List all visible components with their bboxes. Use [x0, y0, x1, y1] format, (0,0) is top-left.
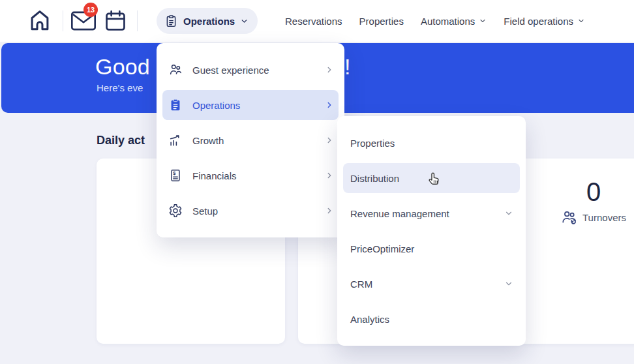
top-bar: 13 Operations Reservations [0, 0, 634, 42]
menu-item-label: Financials [192, 170, 325, 181]
invoice-icon: $ [168, 168, 183, 183]
calendar-icon[interactable] [103, 8, 128, 33]
app-switcher-label: Operations [183, 16, 235, 27]
submenu-item-label: Distribution [350, 173, 513, 184]
submenu-item-properties[interactable]: Properties [337, 125, 526, 160]
nav-label: Field operations [504, 16, 573, 27]
chevron-down-icon [240, 17, 249, 25]
submenu-item-label: Revenue management [350, 208, 504, 219]
gear-icon [168, 204, 183, 218]
app-switcher-button[interactable]: Operations [157, 8, 258, 34]
growth-chart-icon [168, 133, 183, 147]
stat-label: Turnovers [582, 212, 626, 223]
submenu-item-revenue-management[interactable]: Revenue management [337, 196, 526, 231]
nav-reservations[interactable]: Reservations [285, 16, 342, 27]
chevron-down-icon [504, 279, 513, 288]
home-icon[interactable] [27, 7, 52, 33]
guests-icon [168, 63, 183, 77]
menu-item-guest-experience[interactable]: Guest experience [157, 52, 344, 87]
divider [137, 10, 138, 31]
menu-item-label: Growth [192, 135, 325, 146]
app-window: Good ! Here's eve Daily act 0 Turnovers [0, 0, 634, 364]
nav-properties[interactable]: Properties [359, 16, 404, 27]
nav-label: Automations [421, 16, 475, 27]
chevron-right-icon [325, 100, 334, 110]
menu-item-growth[interactable]: Growth [157, 123, 344, 158]
chevron-down-icon [479, 17, 487, 25]
banner-subtitle: Here's eve [97, 82, 143, 93]
turnovers-icon [561, 209, 578, 226]
submenu-item-label: CRM [350, 279, 504, 290]
menu-item-label: Setup [192, 205, 325, 217]
submenu-item-label: Analytics [350, 314, 513, 325]
chevron-down-icon [577, 17, 585, 25]
chevron-right-icon [325, 206, 334, 215]
submenu-item-distribution[interactable]: Distribution [337, 160, 526, 196]
chevron-right-icon [325, 65, 334, 74]
svg-text:$: $ [173, 170, 175, 176]
stat-value: 0 [551, 177, 634, 206]
menu-item-financials[interactable]: $ Financials [157, 158, 344, 193]
divider [63, 10, 63, 31]
submenu-item-analytics[interactable]: Analytics [337, 301, 526, 337]
operations-submenu: Properties Distribution Revenue manageme… [337, 116, 526, 346]
menu-item-label: Operations [192, 100, 325, 111]
submenu-item-label: PriceOptimizer [350, 243, 513, 254]
nav-label: Reservations [285, 16, 342, 27]
main-nav: Reservations Properties Automations Fiel… [285, 0, 585, 42]
nav-automations[interactable]: Automations [421, 16, 487, 27]
nav-label: Properties [359, 16, 404, 27]
menu-item-label: Guest experience [192, 65, 325, 76]
menu-item-operations[interactable]: Operations [157, 87, 344, 123]
submenu-item-priceoptimizer[interactable]: PriceOptimizer [337, 231, 526, 266]
section-title: Daily act [97, 134, 145, 147]
greeting-text-end: ! [344, 54, 350, 80]
operations-dropdown-menu: Guest experience Operations [157, 43, 344, 237]
chevron-right-icon [325, 171, 334, 180]
chevron-down-icon [504, 209, 513, 218]
submenu-item-label: Properties [350, 138, 513, 149]
nav-field-operations[interactable]: Field operations [504, 16, 585, 27]
submenu-item-crm[interactable]: CRM [337, 266, 526, 301]
clipboard-icon [168, 98, 183, 112]
unread-count-badge: 13 [83, 3, 98, 17]
chevron-right-icon [325, 136, 334, 145]
greeting-text: Good [95, 54, 150, 80]
menu-item-setup[interactable]: Setup [157, 193, 344, 228]
turnovers-stat: 0 Turnovers [551, 177, 634, 226]
clipboard-icon [164, 14, 178, 28]
